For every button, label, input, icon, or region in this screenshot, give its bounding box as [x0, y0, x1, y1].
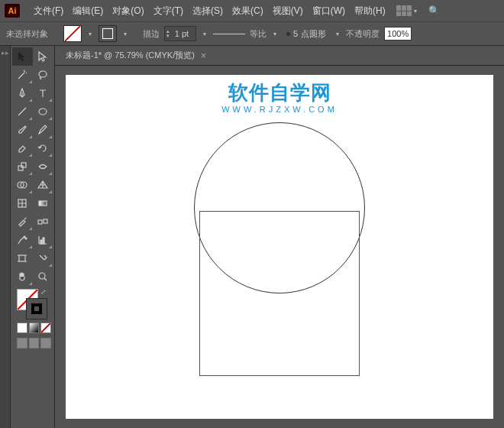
- draw-inside[interactable]: [40, 338, 51, 349]
- stroke-swatch[interactable]: [99, 25, 117, 42]
- stroke-width-dropdown-icon[interactable]: ▾: [201, 30, 208, 37]
- swap-fill-stroke-icon[interactable]: ⤢: [40, 288, 47, 296]
- rotate-tool[interactable]: [33, 139, 53, 157]
- magic-wand-tool[interactable]: [12, 66, 33, 84]
- color-mode-none[interactable]: [40, 323, 51, 333]
- brush-size: 5: [293, 29, 298, 38]
- svg-rect-13: [43, 238, 44, 244]
- stroke-large-swatch[interactable]: [26, 298, 47, 319]
- paintbrush-tool[interactable]: [12, 121, 33, 139]
- doc-title: 未标题-1* @ 75.79% (CMYK/预览): [66, 50, 195, 61]
- menu-file[interactable]: 文件(F): [29, 5, 68, 18]
- menu-select[interactable]: 选择(S): [188, 5, 228, 18]
- menu-object[interactable]: 对象(O): [108, 5, 148, 18]
- stroke-type-line[interactable]: [213, 34, 245, 34]
- color-mode-solid[interactable]: [17, 323, 27, 333]
- shape-builder-tool[interactable]: [12, 176, 33, 194]
- brush-dot-icon: [286, 32, 290, 36]
- control-panel: 未选择对象 ▾ ▾ 描边 ▴▾ ▾ 等比 ▾ 5 点圆形 ▾ 不透明度: [0, 21, 504, 46]
- svg-point-15: [39, 273, 45, 279]
- svg-point-11: [25, 238, 27, 239]
- svg-rect-9: [44, 219, 47, 223]
- lasso-tool[interactable]: [33, 66, 53, 84]
- workspace-switcher-icon[interactable]: [396, 5, 412, 16]
- stroke-ratio-dropdown-icon[interactable]: ▾: [271, 30, 279, 37]
- selection-label: 未选择对象: [6, 28, 48, 40]
- fill-swatch[interactable]: [63, 25, 82, 42]
- svg-rect-3: [21, 163, 26, 167]
- stroke-label[interactable]: 描边: [143, 28, 160, 40]
- svg-point-10: [24, 236, 25, 238]
- search-icon[interactable]: 🔍: [428, 5, 440, 16]
- canvas[interactable]: 软件自学网 WWW.RJZXW.COM: [66, 75, 493, 419]
- pencil-tool[interactable]: [33, 121, 53, 139]
- graph-tool[interactable]: [33, 231, 53, 249]
- stroke-dropdown-icon[interactable]: ▾: [121, 30, 129, 37]
- selection-tool[interactable]: [12, 47, 33, 66]
- pen-tool[interactable]: [12, 84, 33, 102]
- artboard-tool[interactable]: [12, 249, 33, 268]
- brush-label: 点圆形: [301, 28, 326, 40]
- app-logo: Ai: [5, 4, 20, 18]
- svg-point-0: [39, 71, 47, 77]
- stroke-width-input[interactable]: [170, 29, 194, 38]
- toolbar: ⤢: [11, 46, 55, 428]
- doc-tabs: 未标题-1* @ 75.79% (CMYK/预览) ×: [55, 46, 504, 66]
- svg-rect-2: [18, 166, 23, 170]
- menu-effect[interactable]: 效果(C): [228, 5, 268, 18]
- screen-mode-row: [12, 335, 53, 350]
- perspective-tool[interactable]: [33, 176, 53, 194]
- symbol-sprayer-tool[interactable]: [12, 231, 33, 249]
- brush-dropdown-icon[interactable]: ▾: [334, 30, 341, 37]
- gradient-tool[interactable]: [33, 194, 53, 212]
- scale-tool[interactable]: [12, 157, 33, 176]
- opacity-input[interactable]: [384, 27, 412, 41]
- zoom-tool[interactable]: [33, 268, 53, 286]
- artwork[interactable]: [194, 122, 365, 293]
- eyedropper-tool[interactable]: [12, 212, 33, 231]
- color-mode-row: [12, 319, 53, 335]
- svg-rect-7: [39, 201, 47, 206]
- stroke-ratio-label: 等比: [250, 28, 267, 40]
- fill-stroke-swatches[interactable]: ⤢: [12, 286, 53, 319]
- rectangle-shape[interactable]: [199, 211, 360, 376]
- color-mode-gradient[interactable]: [29, 323, 40, 333]
- direct-select-tool[interactable]: [33, 47, 53, 66]
- width-tool[interactable]: [33, 157, 53, 176]
- menu-type[interactable]: 文字(T): [149, 5, 188, 18]
- menu-help[interactable]: 帮助(H): [350, 5, 390, 18]
- ellipse-tool[interactable]: [33, 102, 53, 121]
- canvas-area[interactable]: 软件自学网 WWW.RJZXW.COM: [55, 66, 504, 428]
- draw-normal[interactable]: [17, 338, 27, 349]
- slice-tool[interactable]: [33, 249, 53, 268]
- type-tool[interactable]: [33, 84, 53, 102]
- draw-behind[interactable]: [29, 338, 40, 349]
- doc-tab[interactable]: 未标题-1* @ 75.79% (CMYK/预览) ×: [60, 50, 212, 61]
- menu-edit[interactable]: 编辑(E): [68, 5, 108, 18]
- brush-selector[interactable]: 5 点圆形: [283, 28, 329, 40]
- chevron-right-icon: ▸▸: [0, 46, 10, 57]
- eraser-tool[interactable]: [12, 139, 33, 157]
- menu-view[interactable]: 视图(V): [268, 5, 308, 18]
- svg-rect-14: [19, 255, 25, 261]
- close-icon[interactable]: ×: [201, 50, 206, 61]
- svg-rect-12: [40, 240, 42, 244]
- line-tool[interactable]: [12, 102, 33, 121]
- svg-rect-8: [38, 220, 42, 224]
- menu-window[interactable]: 窗口(W): [308, 5, 350, 18]
- watermark: 软件自学网 WWW.RJZXW.COM: [221, 79, 338, 114]
- menubar: Ai 文件(F) 编辑(E) 对象(O) 文字(T) 选择(S) 效果(C) 视…: [0, 0, 504, 21]
- fill-dropdown-icon[interactable]: ▾: [86, 30, 94, 37]
- mesh-tool[interactable]: [12, 194, 33, 212]
- blend-tool[interactable]: [33, 212, 53, 231]
- panel-collapse[interactable]: ▸▸: [0, 46, 11, 428]
- opacity-label: 不透明度: [346, 28, 380, 40]
- hand-tool[interactable]: [12, 268, 33, 286]
- svg-point-1: [39, 109, 47, 115]
- stroke-width-stepper[interactable]: ▴▾: [164, 26, 196, 41]
